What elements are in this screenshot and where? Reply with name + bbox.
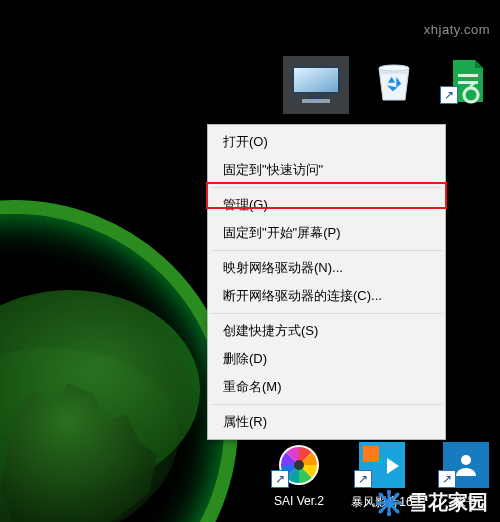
ctx-item-manage[interactable]: 管理(G) (209, 191, 444, 219)
ctx-item-rename[interactable]: 重命名(M) (209, 373, 444, 401)
context-menu: 打开(O) 固定到"快速访问" 管理(G) 固定到"开始"屏幕(P) 映射网络驱… (207, 124, 446, 440)
svg-point-16 (387, 512, 391, 516)
ctx-item-pin-start[interactable]: 固定到"开始"屏幕(P) (209, 219, 444, 247)
ctx-separator (211, 313, 442, 314)
screenshot-canvas: xhjaty.com (0, 0, 500, 522)
shortcut-overlay-icon: ↗ (271, 470, 289, 488)
svg-point-17 (376, 501, 380, 505)
ctx-item-disconnect-drive[interactable]: 断开网络驱动器的连接(C)... (209, 282, 444, 310)
svg-rect-4 (302, 99, 330, 103)
shortcut-overlay-icon: ↗ (354, 470, 372, 488)
watermark-logo: 雪花家园 (376, 489, 488, 516)
ctx-item-pin-quickaccess[interactable]: 固定到"快速访问" (209, 156, 444, 184)
svg-point-18 (398, 501, 402, 505)
svg-rect-6 (458, 74, 478, 77)
svg-point-19 (379, 493, 383, 497)
svg-point-9 (294, 460, 304, 470)
ctx-separator (211, 404, 442, 405)
desktop-icon-label: SAI Ver.2 (263, 494, 335, 508)
svg-rect-2 (294, 68, 338, 92)
desktop-icon-green-doc[interactable]: ↗ (432, 56, 500, 106)
shortcut-overlay-icon: ↗ (438, 470, 456, 488)
recycle-bin-icon (371, 58, 417, 104)
monitor-icon (290, 64, 342, 106)
ctx-separator (211, 250, 442, 251)
ctx-item-properties[interactable]: 属性(R) (209, 408, 444, 436)
desktop-icon-this-pc[interactable] (283, 56, 355, 114)
svg-point-22 (379, 509, 383, 513)
snowflake-icon (376, 490, 402, 516)
svg-point-15 (387, 490, 391, 494)
svg-rect-3 (308, 95, 324, 99)
desktop-icon-sai[interactable]: ↗ SAI Ver.2 (263, 440, 335, 508)
shortcut-overlay-icon: ↗ (440, 86, 458, 104)
ctx-separator (211, 187, 442, 188)
svg-point-5 (379, 65, 409, 71)
ctx-item-map-drive[interactable]: 映射网络驱动器(N)... (209, 254, 444, 282)
desktop-icon-recycle-bin[interactable] (358, 56, 430, 106)
ctx-item-open[interactable]: 打开(O) (209, 128, 444, 156)
ctx-item-delete[interactable]: 删除(D) (209, 345, 444, 373)
svg-point-20 (395, 509, 399, 513)
watermark-url: xhjaty.com (424, 22, 490, 37)
watermark-brand-text: 雪花家园 (408, 489, 488, 516)
svg-point-21 (395, 493, 399, 497)
ctx-item-create-shortcut[interactable]: 创建快捷方式(S) (209, 317, 444, 345)
svg-point-10 (461, 455, 471, 465)
